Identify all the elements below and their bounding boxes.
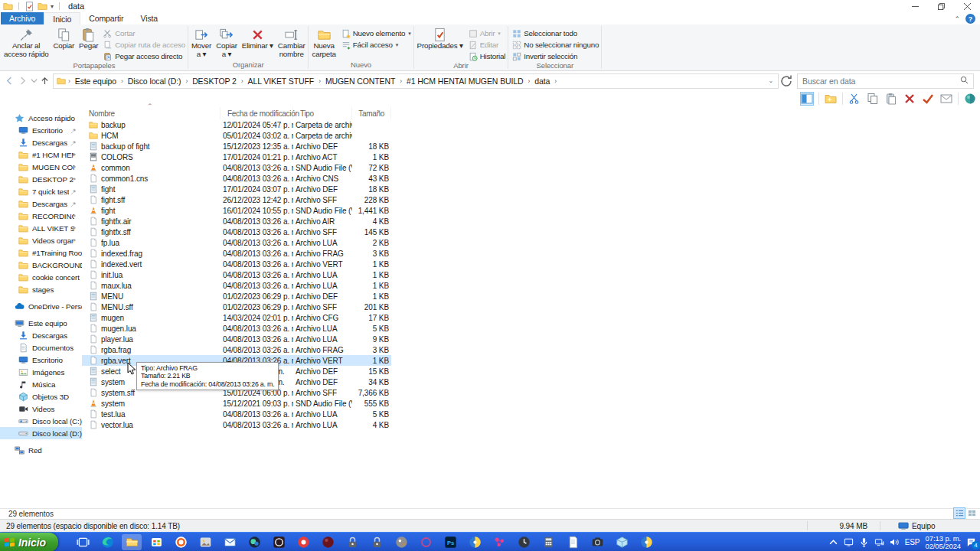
ribbon-item-newitem[interactable]: Nuevo elemento▾ <box>341 28 411 38</box>
sidebar-item-escritorio[interactable]: Escritorio <box>0 354 82 366</box>
breadcrumb-item[interactable]: ALL VIKET STUFF› <box>246 74 323 88</box>
ribbon-button-delete[interactable]: Eliminar ▾ <box>240 26 276 51</box>
file-row[interactable]: MENU.sff01/02/2023 06:29 p. m.Archivo SF… <box>82 302 391 312</box>
file-row[interactable]: mugen.lua04/08/2013 03:26 a. m.Archivo L… <box>82 323 391 334</box>
breadcrumb-separator-icon[interactable]: › <box>397 77 404 85</box>
sidebar-item-videos[interactable]: Videos <box>0 403 82 415</box>
tray-expand-icon[interactable] <box>828 537 838 547</box>
file-row[interactable]: fp.lua04/08/2013 03:26 a. m.Archivo LUA2… <box>82 237 391 248</box>
thumbnails-view-button[interactable] <box>965 507 978 519</box>
breadcrumb-item[interactable]: DESKTOP 2› <box>190 74 245 88</box>
taskbar-icon-app-circle[interactable] <box>242 533 266 551</box>
taskbar-icon-red-dot[interactable] <box>291 533 315 551</box>
sidebar-item-cookie-concert[interactable]: cookie concert <box>0 271 82 283</box>
file-row[interactable]: MENU01/02/2023 06:29 p. m.Archivo DEF1 K… <box>82 291 391 302</box>
file-row[interactable]: indexed.vert04/08/2013 03:26 a. m.Archiv… <box>82 259 391 269</box>
address-bar[interactable]: › Este equipo›Disco local (D:)›DESKTOP 2… <box>53 73 779 89</box>
taskbar-icon-mail[interactable] <box>217 533 242 551</box>
breadcrumb-item[interactable]: data› <box>532 74 559 88</box>
file-row[interactable]: mugen14/03/2024 02:01 p. m.Archivo CFG17… <box>82 312 391 323</box>
ribbon-button-moveto[interactable]: Mover a ▾ <box>189 26 214 58</box>
sidebar-item-videos-organized[interactable]: Videos organized <box>0 234 82 246</box>
file-row[interactable]: backup of fight15/12/2023 12:35 a. m.Arc… <box>82 141 391 152</box>
taskbar-icon-photos[interactable] <box>193 533 217 551</box>
sidebar-item--1-hcm-hentai[interactable]: #1 HCM HENTAI <box>0 148 82 161</box>
search-input[interactable]: Buscar en data <box>797 73 974 89</box>
tray-display-icon[interactable] <box>844 537 854 547</box>
column-header-size[interactable]: Tamaño <box>352 107 391 119</box>
taskbar-icon-obs[interactable] <box>266 533 291 551</box>
file-row[interactable]: fightfx.air04/08/2013 03:26 a. m.Archivo… <box>82 216 391 227</box>
qat-dropdown-icon[interactable]: ▾ <box>51 3 54 10</box>
sidebar-item-mugen-content[interactable]: MUGEN CONTENT <box>0 161 82 173</box>
sidebar-item-disco-local-d-[interactable]: Disco local (D:) <box>0 427 82 439</box>
taskbar-icon-donut[interactable] <box>168 533 193 551</box>
up-button[interactable] <box>38 74 51 88</box>
sidebar-item-objetos-3d[interactable]: Objetos 3D <box>0 390 82 403</box>
tray-network-icon[interactable] <box>874 537 884 547</box>
taskbar-icon-edge[interactable] <box>95 533 119 551</box>
apply-check-icon[interactable] <box>921 92 935 106</box>
ribbon-button-newfolder[interactable]: Nueva carpeta <box>309 26 338 58</box>
taskbar-icon-box-3d[interactable] <box>609 533 634 551</box>
breadcrumb-item[interactable]: Disco local (D:)› <box>126 74 190 88</box>
breadcrumb-separator-icon[interactable]: › <box>552 77 559 85</box>
taskbar-icon-calculator[interactable] <box>536 533 560 551</box>
file-row[interactable]: init.lua04/08/2013 03:26 a. m.Archivo LU… <box>82 269 391 280</box>
taskbar-icon-photoshop[interactable]: Ps <box>438 533 462 551</box>
details-view-button[interactable] <box>953 507 965 519</box>
taskbar-icon-notepad[interactable] <box>560 533 585 551</box>
file-row[interactable]: system15/12/2021 09:03 p. m.SND Audio Fi… <box>82 398 391 409</box>
sidebar-item-stages[interactable]: stages <box>0 283 82 295</box>
taskbar-icon-task-view[interactable] <box>70 533 95 551</box>
sidebar-item-descargas[interactable]: Descargas <box>0 329 82 341</box>
tab-inicio[interactable]: Inicio <box>44 12 80 24</box>
tray-volume-icon[interactable] <box>890 537 900 547</box>
sidebar-item-7-quick-test[interactable]: 7 quick test <box>0 185 82 197</box>
tab-archivo[interactable]: Archivo <box>1 12 44 24</box>
breadcrumb-item[interactable]: MUGEN CONTENT› <box>323 74 404 88</box>
breadcrumb-item[interactable]: Este equipo› <box>73 74 126 88</box>
file-row[interactable]: player.lua04/08/2013 03:26 a. m.Archivo … <box>82 334 391 344</box>
sidebar-item-acceso-r-pido[interactable]: Acceso rápido <box>0 112 82 124</box>
tab-vista[interactable]: Vista <box>132 12 166 24</box>
sidebar-item-descargas[interactable]: Descargas <box>0 136 82 148</box>
start-button[interactable]: Inicio <box>0 533 58 551</box>
ribbon-button-paste[interactable]: Pegar <box>77 26 100 51</box>
file-row[interactable]: common1.cns04/08/2013 03:26 a. m.Archivo… <box>82 173 391 184</box>
minimize-button[interactable] <box>902 0 928 12</box>
cut-icon[interactable] <box>848 92 861 106</box>
taskbar-icon-store[interactable] <box>144 533 168 551</box>
sidebar-item--1training-rooms[interactable]: #1Training Rooms <box>0 246 82 259</box>
sidebar-item-documentos[interactable]: Documentos <box>0 341 82 354</box>
sidebar-item-escritorio[interactable]: Escritorio <box>0 124 82 136</box>
recent-locations-icon[interactable] <box>29 74 38 88</box>
ribbon-item-selectnone[interactable]: No seleccionar ninguno <box>512 40 599 50</box>
email-icon[interactable] <box>939 92 953 106</box>
back-button[interactable] <box>3 74 16 88</box>
ribbon-collapse-icon[interactable]: ⌃ <box>955 15 960 23</box>
file-row[interactable]: rgba.frag04/08/2013 03:26 a. m.Archivo F… <box>82 344 391 355</box>
qat-new-folder-icon[interactable] <box>38 2 47 11</box>
file-row[interactable]: COLORS17/01/2024 01:21 p. m.Archivo ACT1… <box>82 152 391 162</box>
file-row[interactable]: HCM05/01/2024 03:02 a. m.Carpeta de arch… <box>82 130 391 141</box>
sidebar-item-este-equipo[interactable]: Este equipo <box>0 317 82 329</box>
sidebar-item-desktop-2[interactable]: DESKTOP 2 <box>0 173 82 185</box>
breadcrumb-separator-icon[interactable]: › <box>526 77 533 85</box>
sidebar-item-recordings[interactable]: RECORDINGS <box>0 210 82 222</box>
folder-new-icon[interactable] <box>824 92 838 106</box>
taskbar-icon-split-circle[interactable] <box>462 533 487 551</box>
ribbon-item-open[interactable]: Abrir▾ <box>469 28 506 38</box>
file-row[interactable]: indexed.frag04/08/2013 03:26 a. m.Archiv… <box>82 248 391 259</box>
taskbar-icon-ring-pink[interactable] <box>413 533 438 551</box>
sidebar-item-im-genes[interactable]: Imágenes <box>0 366 82 378</box>
ribbon-item-shortcut[interactable]: Pegar acceso directo <box>103 51 185 61</box>
sidebar-item-all-viket-stuff[interactable]: ALL VIKET STUFF <box>0 222 82 234</box>
ribbon-item-selectinvert[interactable]: Invertir selección <box>512 51 599 61</box>
file-row[interactable]: fight17/01/2024 03:07 p. m.Archivo DEF18… <box>82 184 391 194</box>
ribbon-button-pin[interactable]: Anclar al acceso rápido <box>2 26 51 58</box>
copy-docs-icon[interactable] <box>866 92 880 106</box>
language-indicator[interactable]: ESP <box>905 538 920 546</box>
sidebar-item-onedrive-personal[interactable]: OneDrive - Personal <box>0 300 82 312</box>
refresh-icon[interactable] <box>779 74 793 88</box>
